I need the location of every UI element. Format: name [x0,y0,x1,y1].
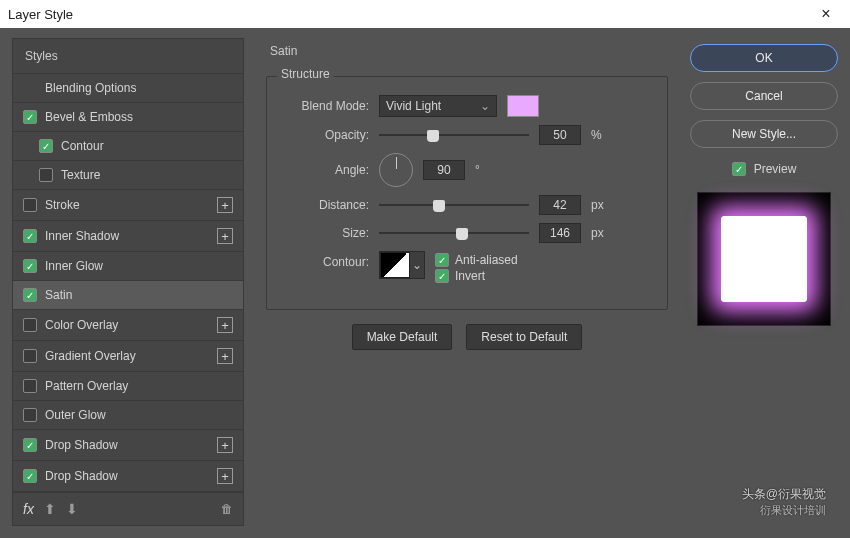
sidebar-item-texture[interactable]: Texture [13,161,243,190]
angle-dial[interactable] [379,153,413,187]
opacity-unit: % [591,128,602,142]
invert-label: Invert [455,269,485,283]
anti-aliased-checkbox[interactable]: Anti-aliased [435,253,518,267]
watermark: 头条@衍果视觉 衍果设计培训 [742,485,826,518]
angle-unit: ° [475,163,480,177]
add-effect-icon[interactable]: + [217,228,233,244]
sidebar-item-outer-glow[interactable]: Outer Glow [13,401,243,430]
sidebar-item-label: Drop Shadow [45,438,209,452]
blend-mode-label: Blend Mode: [281,99,369,113]
titlebar: Layer Style × [0,0,850,28]
structure-group: Blend Mode: Vivid Light ⌄ Opacity: 50 % … [266,76,668,310]
size-input[interactable]: 146 [539,223,581,243]
checkbox-icon[interactable] [23,469,37,483]
checkbox-icon[interactable] [39,168,53,182]
add-effect-icon[interactable]: + [217,197,233,213]
preview-checkbox[interactable]: Preview [690,162,838,176]
opacity-row: Opacity: 50 % [281,125,653,145]
distance-slider[interactable] [379,198,529,212]
sidebar-header[interactable]: Styles [13,39,243,74]
preview-glow [721,216,807,302]
move-down-icon[interactable]: ⬇ [66,501,78,517]
move-up-icon[interactable]: ⬆ [44,501,56,517]
opacity-slider[interactable] [379,128,529,142]
checkbox-icon [435,253,449,267]
checkbox-icon [435,269,449,283]
checkbox-icon[interactable] [39,139,53,153]
size-label: Size: [281,226,369,240]
sidebar-item-blending-options[interactable]: Blending Options [13,74,243,103]
effect-list: Blending OptionsBevel & EmbossContourTex… [13,74,243,492]
styles-sidebar: Styles Blending OptionsBevel & EmbossCon… [12,38,244,526]
opacity-input[interactable]: 50 [539,125,581,145]
checkbox-icon[interactable] [23,259,37,273]
anti-aliased-label: Anti-aliased [455,253,518,267]
sidebar-item-label: Color Overlay [45,318,209,332]
checkbox-icon[interactable] [23,349,37,363]
slider-thumb[interactable] [427,130,439,142]
sidebar-item-drop-shadow[interactable]: Drop Shadow+ [13,430,243,461]
add-effect-icon[interactable]: + [217,317,233,333]
checkbox-icon[interactable] [23,110,37,124]
slider-thumb[interactable] [433,200,445,212]
checkbox-icon[interactable] [23,198,37,212]
size-unit: px [591,226,604,240]
checkbox-icon[interactable] [23,318,37,332]
sidebar-item-label: Blending Options [45,81,233,95]
opacity-label: Opacity: [281,128,369,142]
sidebar-item-label: Texture [61,168,233,182]
ok-button[interactable]: OK [690,44,838,72]
sidebar-item-label: Inner Shadow [45,229,209,243]
panel-title: Satin [270,44,668,58]
add-effect-icon[interactable]: + [217,437,233,453]
sidebar-item-label: Bevel & Emboss [45,110,233,124]
reset-default-button[interactable]: Reset to Default [466,324,582,350]
sidebar-item-pattern-overlay[interactable]: Pattern Overlay [13,372,243,401]
sidebar-item-contour[interactable]: Contour [13,132,243,161]
chevron-down-icon: ⌄ [410,252,424,278]
default-buttons: Make Default Reset to Default [266,324,668,350]
sidebar-item-drop-shadow[interactable]: Drop Shadow+ [13,461,243,492]
window-title: Layer Style [8,7,73,22]
add-effect-icon[interactable]: + [217,348,233,364]
angle-row: Angle: 90 ° [281,153,653,187]
angle-input[interactable]: 90 [423,160,465,180]
blend-mode-row: Blend Mode: Vivid Light ⌄ [281,95,653,117]
cancel-button[interactable]: Cancel [690,82,838,110]
sidebar-item-stroke[interactable]: Stroke+ [13,190,243,221]
trash-icon[interactable]: 🗑 [221,502,233,516]
size-slider[interactable] [379,226,529,240]
invert-checkbox[interactable]: Invert [435,269,518,283]
sidebar-item-gradient-overlay[interactable]: Gradient Overlay+ [13,341,243,372]
add-effect-icon[interactable]: + [217,468,233,484]
close-icon[interactable]: × [810,0,842,28]
sidebar-item-bevel-emboss[interactable]: Bevel & Emboss [13,103,243,132]
sidebar-footer: fx ⬆ ⬇ 🗑 [13,492,243,525]
checkbox-icon[interactable] [23,229,37,243]
checkbox-icon[interactable] [23,379,37,393]
new-style-button[interactable]: New Style... [690,120,838,148]
sidebar-item-label: Outer Glow [45,408,233,422]
checkbox-icon[interactable] [23,408,37,422]
distance-input[interactable]: 42 [539,195,581,215]
preview-label: Preview [754,162,797,176]
checkbox-icon[interactable] [23,288,37,302]
color-swatch[interactable] [507,95,539,117]
chevron-down-icon: ⌄ [480,99,490,113]
distance-row: Distance: 42 px [281,195,653,215]
sidebar-item-color-overlay[interactable]: Color Overlay+ [13,310,243,341]
sidebar-item-inner-glow[interactable]: Inner Glow [13,252,243,281]
dialog-body: Styles Blending OptionsBevel & EmbossCon… [0,28,850,538]
fx-icon[interactable]: fx [23,501,34,517]
contour-label: Contour: [281,255,369,269]
checkbox-icon[interactable] [23,438,37,452]
contour-picker[interactable]: ⌄ [379,251,425,279]
blend-mode-select[interactable]: Vivid Light ⌄ [379,95,497,117]
angle-label: Angle: [281,163,369,177]
sidebar-item-label: Drop Shadow [45,469,209,483]
make-default-button[interactable]: Make Default [352,324,453,350]
slider-thumb[interactable] [456,228,468,240]
settings-panel: Satin Blend Mode: Vivid Light ⌄ Opacity:… [256,38,678,526]
sidebar-item-satin[interactable]: Satin [13,281,243,310]
sidebar-item-inner-shadow[interactable]: Inner Shadow+ [13,221,243,252]
